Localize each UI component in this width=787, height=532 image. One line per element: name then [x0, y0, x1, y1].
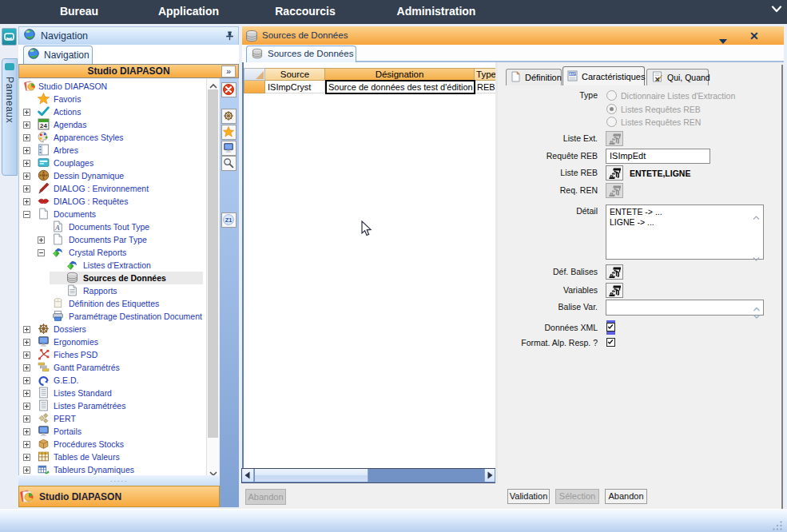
svg-text:ASP: ASP — [569, 72, 576, 76]
svg-text:A: A — [54, 224, 60, 232]
svg-text:Z1: Z1 — [225, 216, 233, 224]
svg-text:24: 24 — [40, 122, 47, 129]
